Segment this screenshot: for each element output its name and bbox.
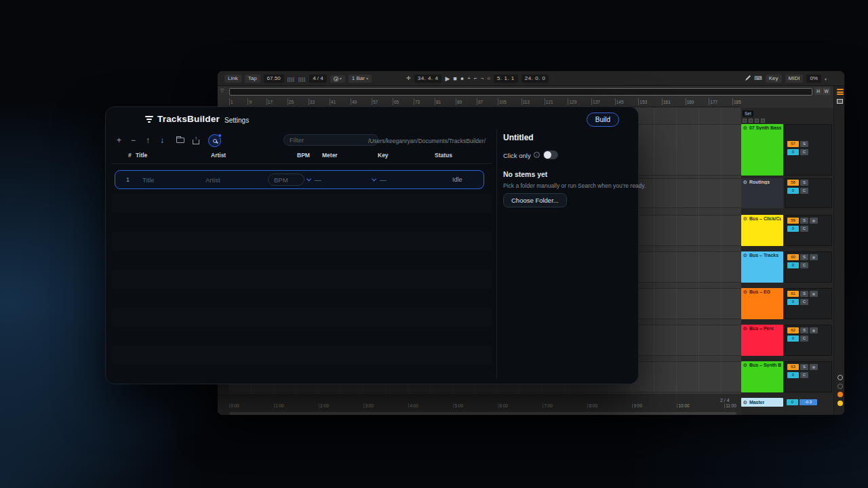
loop-length-field[interactable]: 24. 0. 0 [521, 75, 549, 83]
solo-button[interactable]: S [800, 180, 808, 186]
meter-select[interactable]: — [307, 176, 321, 184]
bar-number: 33 [309, 98, 315, 105]
choose-folder-button[interactable]: Choose Folder... [503, 193, 567, 207]
arrangement-position-field[interactable]: 34. 4. 4 [414, 75, 442, 83]
key-select[interactable]: — [372, 176, 387, 184]
move-up-button[interactable]: ↑ [146, 135, 150, 146]
show-hide-h-button[interactable]: H [814, 87, 822, 95]
arm-button[interactable] [810, 254, 818, 260]
track-header[interactable]: ⊙Bus – Tracks [741, 251, 783, 283]
gain-value[interactable]: 0 [787, 336, 799, 342]
solo-button[interactable]: S [800, 254, 808, 260]
record-button[interactable]: ● [460, 76, 464, 82]
export-button[interactable]: ↑ [193, 135, 199, 147]
draw-mode-icon[interactable] [745, 75, 751, 82]
open-folder-button[interactable] [176, 135, 184, 146]
track-row[interactable]: 1 — — Idle [115, 170, 484, 189]
title-input[interactable] [142, 176, 200, 184]
quantize-menu[interactable]: 1 Bar▾ [349, 75, 372, 83]
artist-input[interactable] [205, 176, 263, 184]
record-dot-icon [812, 293, 815, 296]
cue-button[interactable]: C [800, 262, 808, 268]
stop-button[interactable]: ■ [453, 76, 456, 82]
track-header[interactable]: ⊙Bus – EG [741, 288, 783, 319]
computer-midi-keyboard-icon[interactable]: ⌨ [754, 76, 762, 81]
menu-settings[interactable]: Settings [224, 117, 249, 124]
track-header[interactable]: ⊙Routings [741, 178, 783, 208]
overdub-plus-icon[interactable]: + [467, 76, 471, 81]
time-ruler[interactable]: 0:001:002:003:004:005:006:007:008:009:00… [229, 403, 736, 408]
loop-start-field[interactable]: 5. 1. 1 [494, 75, 518, 83]
time-label: 4:00 [408, 403, 418, 408]
link-button[interactable]: Link [224, 75, 241, 83]
track-header[interactable]: ⊙Bus – Click/Cu [741, 215, 783, 246]
remove-row-button[interactable]: − [131, 135, 136, 146]
midi-map-button[interactable]: MIDI [785, 75, 804, 83]
track-name: Bus – Tracks [749, 253, 778, 258]
bpm-input[interactable] [268, 174, 304, 186]
cue-button[interactable]: C [800, 226, 808, 232]
click-only-toggle[interactable] [543, 150, 558, 159]
bar-number: 41 [330, 98, 336, 105]
time-signature-field[interactable]: 4 / 4 [309, 75, 327, 83]
loop-icon[interactable]: ○ [487, 76, 490, 81]
rail-circle-orange-icon[interactable] [837, 392, 843, 397]
track-header[interactable]: ⊙07 Synth Bass [741, 124, 783, 176]
gain-value[interactable]: 0 [787, 262, 799, 268]
menu-hamburger-icon[interactable] [837, 89, 844, 96]
horizontal-scrollbar[interactable] [229, 412, 736, 415]
play-button[interactable]: ▶ [445, 76, 450, 82]
show-hide-w-button[interactable]: W [823, 87, 830, 95]
build-button[interactable]: Build [587, 113, 619, 127]
solo-button[interactable]: S [800, 364, 808, 370]
track-name: Bus – Perc [749, 326, 774, 331]
metronome-menu[interactable]: ▾ [330, 75, 345, 83]
filter-input[interactable] [283, 134, 378, 146]
rail-circle-icon-2[interactable] [837, 384, 843, 389]
search-button[interactable] [208, 134, 221, 147]
cpu-menu-icon[interactable]: ▾ [825, 77, 827, 81]
rail-window-icon[interactable] [837, 99, 843, 104]
solo-button[interactable]: S [800, 327, 808, 333]
add-row-button[interactable]: + [117, 135, 121, 146]
tracksbuilder-window: TracksBuilder Settings Build + − ↑ ↓ ↑ /… [105, 106, 639, 384]
track-header[interactable]: ⊙Bus – Perc [741, 325, 783, 356]
follow-icon[interactable]: ✛ [406, 76, 411, 81]
solo-button[interactable]: S [800, 141, 808, 147]
bar-number: 9 [248, 98, 252, 105]
cue-button[interactable]: C [800, 299, 808, 305]
arrangement-overview[interactable] [229, 88, 812, 96]
master-track-header[interactable]: ⊙Master [741, 398, 783, 407]
cue-button[interactable]: C [800, 336, 808, 342]
bar-number: 153 [638, 98, 647, 105]
punch-in-icon[interactable]: ⌐ [474, 76, 477, 81]
arm-button[interactable] [810, 364, 818, 370]
gain-value[interactable]: 0 [787, 299, 799, 305]
tempo-field[interactable]: 67.50 [264, 75, 284, 83]
time-label: 0:00 [229, 403, 239, 408]
nudge-up-icon[interactable]: |||| [298, 77, 306, 81]
punch-out-icon[interactable]: ¬ [481, 76, 484, 81]
arm-button[interactable] [810, 291, 818, 297]
arm-button[interactable] [810, 327, 818, 333]
info-icon[interactable]: i [534, 152, 540, 158]
rail-circle-icon-1[interactable] [837, 375, 843, 380]
gain-value[interactable]: 0 [787, 226, 799, 232]
track-header[interactable]: ⊙Bus – Synth Ba [741, 361, 783, 392]
tracksbuilder-logo-icon [144, 116, 154, 123]
tap-tempo-button[interactable]: Tap [245, 75, 260, 83]
cue-button[interactable]: C [800, 372, 808, 378]
gain-value[interactable]: 0 [787, 188, 799, 194]
nudge-down-icon[interactable]: |||| [288, 77, 295, 81]
gain-value[interactable]: 0 [787, 372, 799, 378]
gain-value[interactable]: 0 [787, 149, 799, 155]
cue-button[interactable]: C [800, 188, 808, 194]
solo-button[interactable]: S [800, 218, 808, 224]
arm-button[interactable] [810, 218, 818, 224]
key-map-button[interactable]: Key [766, 75, 782, 83]
cue-button[interactable]: C [800, 149, 808, 155]
track-panel-tools[interactable] [743, 119, 765, 123]
move-down-button[interactable]: ↓ [160, 135, 164, 146]
solo-button[interactable]: S [800, 291, 808, 297]
rail-circle-yellow-icon[interactable] [837, 401, 843, 406]
